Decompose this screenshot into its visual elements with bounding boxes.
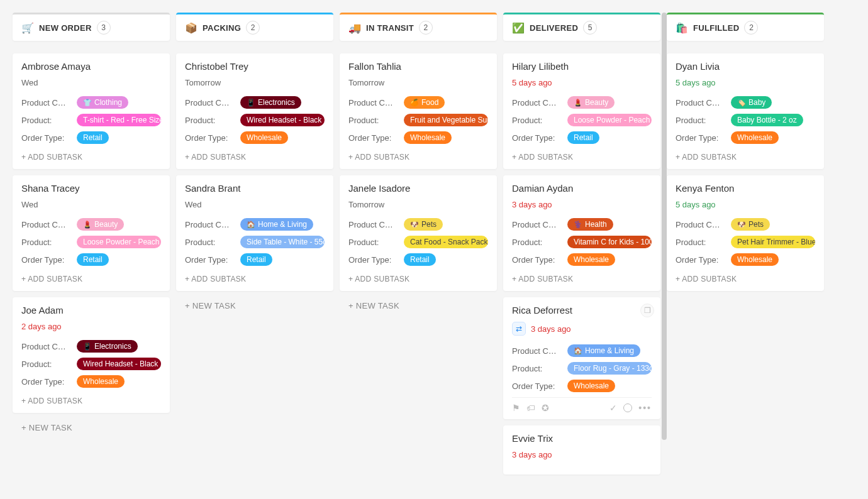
category-pill[interactable]: 🏠Home & Living (567, 344, 640, 357)
card-row: Order Type:Retail (21, 253, 161, 266)
ordertype-pill[interactable]: Wholesale (567, 253, 615, 266)
product-pill[interactable]: Loose Powder - Peach - 8 g... (77, 236, 161, 248)
tag-icon[interactable]: 🏷 (526, 403, 535, 413)
product-pill[interactable]: Cat Food - Snack Pack - 10... (404, 236, 488, 248)
row-label: Order Type: (512, 133, 561, 143)
product-pill[interactable]: Side Table - White - 55cm x... (240, 236, 325, 248)
ordertype-pill[interactable]: Retail (404, 253, 436, 266)
check-icon[interactable]: ✓ (609, 403, 617, 413)
add-subtask-button[interactable]: + ADD SUBTASK (185, 271, 325, 285)
ordertype-pill[interactable]: Wholesale (731, 131, 779, 144)
pill-text: Home & Living (585, 346, 634, 355)
add-subtask-button[interactable]: + ADD SUBTASK (676, 149, 815, 163)
product-pill[interactable]: Fruit and Vegetable Supple... (404, 114, 488, 126)
status-row: ⇄3 days ago (512, 322, 652, 336)
card-row: Order Type:Wholesale (512, 253, 652, 266)
task-card[interactable]: Dyan Livia5 days agoProduct Cat...🏷️Baby… (667, 53, 824, 169)
row-label: Product: (21, 238, 70, 247)
more-icon[interactable]: ••• (638, 405, 652, 411)
category-pill[interactable]: 🏠Home & Living (240, 218, 313, 231)
new-task-button[interactable]: + NEW TASK (340, 297, 497, 314)
task-card[interactable]: Kenya Fenton5 days agoProduct Cat...🐶Pet… (667, 175, 824, 291)
add-subtask-button[interactable]: + ADD SUBTASK (21, 149, 161, 163)
card-row: Order Type:Wholesale (185, 131, 325, 144)
new-task-button[interactable]: + NEW TASK (13, 419, 170, 436)
category-pill[interactable]: 👕Clothing (77, 96, 128, 109)
category-pill[interactable]: 🐶Pets (404, 218, 443, 231)
category-pill[interactable]: 💄Beauty (77, 218, 124, 231)
task-card[interactable]: Joe Adam2 days agoProduct Cat...📱Electro… (13, 297, 170, 413)
task-card[interactable]: ❐Rica Deforrest⇄3 days agoProduct Cat...… (503, 297, 660, 419)
row-label: Order Type: (185, 133, 234, 143)
category-pill[interactable]: 🐶Pets (731, 218, 770, 231)
card-date: Wed (185, 200, 325, 209)
card-name: Kenya Fenton (676, 183, 815, 194)
task-card[interactable]: Sandra BrantWedProduct Cat...🏠Home & Liv… (176, 175, 333, 291)
flag-icon[interactable]: ⚑ (512, 403, 520, 413)
card-row: Product:Loose Powder - Peach - 8 g... (21, 236, 161, 248)
ordertype-pill[interactable]: Retail (240, 253, 272, 266)
column-header[interactable]: 📦PACKING2 (176, 13, 333, 41)
add-subtask-button[interactable]: + ADD SUBTASK (512, 149, 652, 163)
product-pill[interactable]: T-shirt - Red - Free Size (77, 114, 161, 126)
row-label: Product Cat... (512, 346, 561, 356)
add-subtask-button[interactable]: + ADD SUBTASK (21, 393, 161, 407)
new-task-button[interactable]: + NEW TASK (176, 297, 333, 314)
category-pill[interactable]: 📱Electronics (77, 340, 138, 353)
task-card[interactable]: Fallon TahliaTomorrowProduct Cat...🍊Food… (340, 53, 497, 169)
product-pill[interactable]: Vitamin C for Kids - 100 ca... (567, 236, 652, 248)
category-pill[interactable]: 🍊Food (404, 96, 445, 109)
ordertype-pill[interactable]: Wholesale (731, 253, 779, 266)
card-row: Product:Side Table - White - 55cm x... (185, 236, 325, 248)
ordertype-pill[interactable]: Retail (77, 253, 109, 266)
column-header[interactable]: 🛍️FULFILLED2 (667, 13, 824, 41)
task-card[interactable]: Shana TraceyWedProduct Cat...💄BeautyProd… (13, 175, 170, 291)
status-chip-icon[interactable]: ⇄ (512, 322, 526, 336)
circle-icon[interactable] (623, 403, 632, 412)
add-subtask-button[interactable]: + ADD SUBTASK (512, 271, 652, 285)
ordertype-pill[interactable]: Wholesale (404, 131, 452, 144)
category-pill[interactable]: 📱Electronics (240, 96, 301, 109)
category-pill[interactable]: 🏷️Baby (731, 96, 772, 109)
product-pill[interactable]: Wired Headset - Black (77, 358, 161, 370)
category-pill[interactable]: ⚕️Health (567, 218, 613, 231)
scrollbar[interactable] (662, 13, 667, 481)
star-icon[interactable]: ✪ (542, 403, 549, 413)
product-pill[interactable]: Baby Bottle - 2 oz (731, 114, 803, 126)
card-date: Wed (21, 78, 161, 87)
column-header[interactable]: 🚚IN TRANSIT2 (340, 13, 497, 41)
pill-icon: 💄 (83, 221, 92, 229)
card-row: Product Cat...🏷️Baby (676, 96, 815, 109)
product-pill[interactable]: Loose Powder - Peach - 8 g... (567, 114, 652, 126)
task-card[interactable]: Christobel TreyTomorrowProduct Cat...📱El… (176, 53, 333, 169)
column-header[interactable]: 🛒NEW ORDER3 (13, 13, 170, 41)
product-pill[interactable]: Floor Rug - Gray - 133cm x ... (567, 362, 652, 375)
task-card[interactable]: Evvie Trix3 days ago (503, 425, 660, 474)
add-subtask-button[interactable]: + ADD SUBTASK (185, 149, 325, 163)
card-date: 3 days ago (531, 324, 571, 334)
column-header[interactable]: ✅DELIVERED5 (503, 13, 660, 41)
task-card[interactable]: Janele IsadoreTomorrowProduct Cat...🐶Pet… (340, 175, 497, 291)
add-subtask-button[interactable]: + ADD SUBTASK (348, 149, 488, 163)
card-row: Product Cat...🐶Pets (676, 218, 815, 231)
add-subtask-button[interactable]: + ADD SUBTASK (676, 271, 815, 285)
card-date: 3 days ago (512, 450, 652, 459)
ordertype-pill[interactable]: Retail (567, 131, 599, 144)
ordertype-pill[interactable]: Wholesale (567, 380, 615, 392)
task-card[interactable]: Ambrose AmayaWedProduct Cat...👕ClothingP… (13, 53, 170, 169)
add-subtask-button[interactable]: + ADD SUBTASK (21, 271, 161, 285)
row-label: Order Type: (676, 255, 725, 265)
task-card[interactable]: Hilary Lilibeth5 days agoProduct Cat...💄… (503, 53, 660, 169)
ordertype-pill[interactable]: Retail (77, 131, 109, 144)
scrollbar-thumb[interactable] (662, 13, 667, 440)
ordertype-pill[interactable]: Wholesale (240, 131, 288, 144)
pill-text: Wholesale (737, 133, 772, 142)
product-pill[interactable]: Pet Hair Trimmer - Blue (731, 236, 815, 248)
ordertype-pill[interactable]: Wholesale (77, 375, 125, 388)
add-subtask-button[interactable]: + ADD SUBTASK (348, 271, 488, 285)
category-pill[interactable]: 💄Beauty (567, 96, 615, 109)
column-count: 2 (246, 21, 260, 35)
task-card[interactable]: Damian Aydan3 days agoProduct Cat...⚕️He… (503, 175, 660, 291)
attachment-icon[interactable]: ❐ (640, 304, 654, 317)
product-pill[interactable]: Wired Headset - Black (240, 114, 325, 126)
